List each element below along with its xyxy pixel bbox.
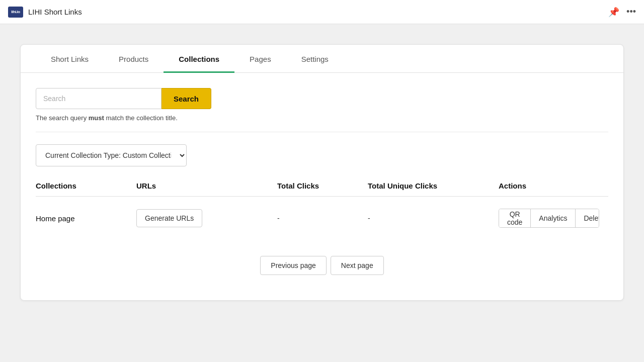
header-urls: URLs: [136, 182, 277, 190]
search-input[interactable]: [36, 88, 162, 109]
content-area: Search The search query must match the c…: [21, 73, 623, 285]
total-unique-clicks-cell: -: [368, 214, 499, 222]
topbar-left: lihi.io LIHI Short Links: [8, 7, 82, 18]
collection-name: Home page: [36, 214, 136, 223]
next-page-button[interactable]: Next page: [331, 256, 384, 275]
generate-urls-button[interactable]: Generate URLs: [136, 209, 202, 227]
analytics-button[interactable]: Analytics: [531, 209, 576, 227]
header-collections: Collections: [36, 182, 136, 190]
tab-short-links[interactable]: Short Links: [36, 45, 104, 73]
more-menu-icon[interactable]: •••: [626, 7, 636, 17]
actions-cell: QR code Analytics Delete: [499, 209, 599, 228]
tab-products[interactable]: Products: [104, 45, 164, 73]
header-actions: Actions: [499, 182, 599, 190]
tab-settings[interactable]: Settings: [286, 45, 344, 73]
previous-page-button[interactable]: Previous page: [260, 256, 327, 275]
search-row: Search: [36, 88, 608, 109]
logo-text: lihi.io: [11, 10, 20, 14]
topbar: lihi.io LIHI Short Links 📌 •••: [0, 0, 644, 24]
app-logo: lihi.io: [8, 7, 23, 18]
app-title: LIHI Short Links: [28, 8, 82, 16]
pagination: Previous page Next page: [36, 256, 608, 275]
header-total-unique-clicks: Total Unique Clicks: [368, 182, 499, 190]
table-row: Home page Generate URLs - - QR code Anal…: [36, 201, 608, 236]
tab-collections[interactable]: Collections: [164, 45, 234, 73]
header-total-clicks: Total Clicks: [277, 182, 368, 190]
tab-pages[interactable]: Pages: [234, 45, 286, 73]
topbar-right: 📌 •••: [608, 7, 636, 18]
action-buttons-group: QR code Analytics Delete: [499, 209, 599, 228]
tab-nav: Short Links Products Collections Pages S…: [21, 45, 623, 73]
card: Short Links Products Collections Pages S…: [20, 44, 624, 301]
qr-code-button[interactable]: QR code: [499, 209, 531, 227]
collection-type-select[interactable]: Current Collection Type: Custom Collecti…: [36, 144, 187, 166]
divider: [36, 132, 608, 132]
search-hint-bold: must: [89, 114, 104, 122]
total-clicks-cell: -: [277, 214, 368, 222]
pin-icon[interactable]: 📌: [608, 7, 619, 18]
url-cell: Generate URLs: [136, 209, 277, 227]
search-hint: The search query must match the collecti…: [36, 114, 608, 122]
main-content: Short Links Products Collections Pages S…: [0, 24, 644, 321]
search-button[interactable]: Search: [162, 88, 211, 109]
table-header: Collections URLs Total Clicks Total Uniq…: [36, 182, 608, 197]
delete-button[interactable]: Delete: [576, 209, 599, 227]
